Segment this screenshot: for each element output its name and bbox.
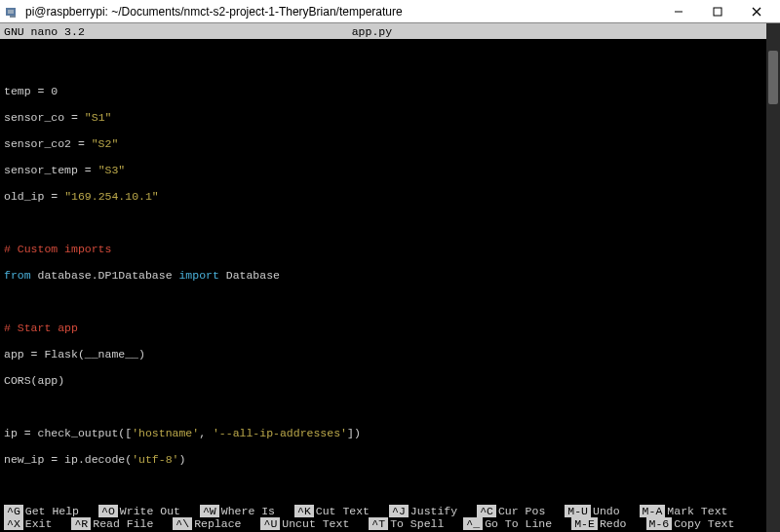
putty-icon bbox=[4, 4, 20, 19]
shortcut-readfile[interactable]: ^RRead File bbox=[71, 517, 153, 530]
nano-header: GNU nano 3.2 app.py bbox=[0, 23, 780, 39]
shortcut-justify[interactable]: ^JJustify bbox=[389, 505, 457, 517]
svg-rect-1 bbox=[8, 10, 14, 14]
code-line: CORS(app) bbox=[4, 374, 776, 388]
shortcut-copy[interactable]: M-6Copy Text bbox=[646, 517, 735, 530]
svg-rect-2 bbox=[10, 16, 16, 18]
code-line bbox=[4, 216, 776, 230]
code-line: app = Flask(__name__) bbox=[4, 348, 776, 361]
code-line bbox=[4, 479, 776, 493]
code-line: # Start app bbox=[4, 322, 776, 335]
shortcut-spell[interactable]: ^TTo Spell bbox=[369, 517, 444, 530]
window-titlebar: pi@raspberrypi: ~/Documents/nmct-s2-proj… bbox=[0, 0, 780, 23]
shortcut-replace[interactable]: ^\Replace bbox=[173, 517, 241, 530]
shortcut-undo[interactable]: M-UUndo bbox=[565, 505, 619, 517]
code-line: temp = 0 bbox=[4, 85, 776, 98]
editor-area[interactable]: temp = 0 sensor_co = "S1" sensor_co2 = "… bbox=[0, 39, 780, 532]
code-line: from database.DP1Database import Databas… bbox=[4, 269, 776, 283]
code-line: sensor_co2 = "S2" bbox=[4, 137, 776, 151]
code-line: new_ip = ip.decode('utf-8') bbox=[4, 453, 776, 467]
minimize-button[interactable] bbox=[659, 1, 698, 22]
nano-footer: ^GGet Help ^OWrite Out ^WWhere Is ^KCut … bbox=[0, 505, 780, 532]
code-line bbox=[4, 400, 776, 414]
footer-row-1: ^GGet Help ^OWrite Out ^WWhere Is ^KCut … bbox=[4, 505, 776, 517]
shortcut-exit[interactable]: ^XExit bbox=[4, 517, 52, 530]
footer-row-2: ^XExit ^RRead File ^\Replace ^UUncut Tex… bbox=[4, 517, 776, 530]
shortcut-writeout[interactable]: ^OWrite Out bbox=[98, 505, 180, 517]
window-controls bbox=[659, 1, 776, 22]
code-line: # Custom imports bbox=[4, 243, 776, 256]
code-line: old_ip = "169.254.10.1" bbox=[4, 190, 776, 204]
close-button[interactable] bbox=[737, 1, 776, 22]
scrollbar-thumb[interactable] bbox=[768, 51, 778, 104]
shortcut-help[interactable]: ^GGet Help bbox=[4, 505, 79, 517]
code-line bbox=[4, 295, 776, 309]
svg-rect-4 bbox=[714, 8, 722, 16]
shortcut-mark[interactable]: M-AMark Text bbox=[640, 505, 728, 517]
shortcut-curpos[interactable]: ^CCur Pos bbox=[477, 505, 545, 517]
shortcut-cut[interactable]: ^KCut Text bbox=[294, 505, 370, 517]
code-line: sensor_co = "S1" bbox=[4, 111, 776, 125]
code-line: sensor_temp = "S3" bbox=[4, 164, 776, 177]
shortcut-uncut[interactable]: ^UUncut Text bbox=[260, 517, 349, 530]
window-title: pi@raspberrypi: ~/Documents/nmct-s2-proj… bbox=[25, 5, 659, 19]
code-line: ip = check_output(['hostname', '--all-ip… bbox=[4, 427, 776, 440]
nano-filename: app.py bbox=[0, 25, 776, 38]
scrollbar[interactable] bbox=[766, 23, 780, 532]
shortcut-redo[interactable]: M-ERedo bbox=[571, 517, 626, 530]
maximize-button[interactable] bbox=[698, 1, 737, 22]
shortcut-goto[interactable]: ^_Go To Line bbox=[463, 517, 552, 530]
shortcut-whereis[interactable]: ^WWhere Is bbox=[200, 505, 275, 517]
code-line bbox=[4, 58, 776, 72]
